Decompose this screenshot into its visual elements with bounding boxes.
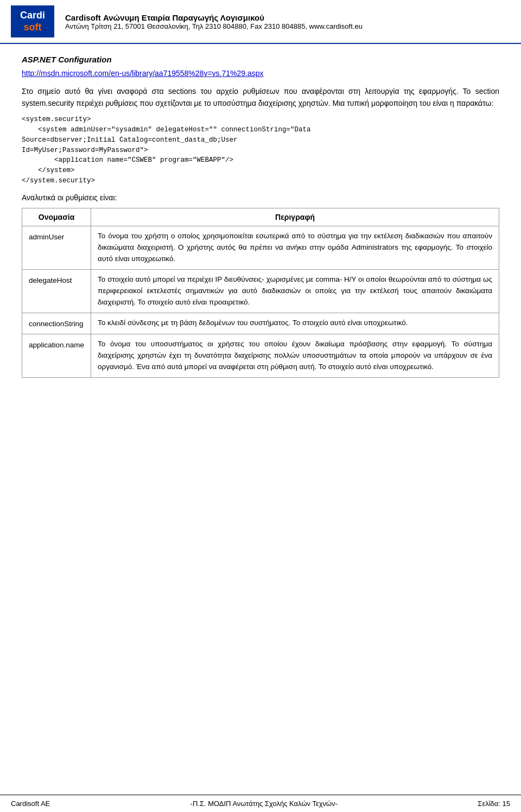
intro-paragraph: Στο σημείο αυτό θα γίνει αναφορά στα sec… bbox=[22, 85, 499, 110]
company-address: Αντώνη Τρίτση 21, 57001 Θεσσαλονίκη, Τηλ… bbox=[65, 22, 363, 30]
row-name-connectionstring: connectionString bbox=[22, 313, 91, 334]
table-row: delegateHost Το στοιχείο αυτό μπορεί να … bbox=[22, 269, 499, 313]
msdn-link[interactable]: http://msdn.microsoft.com/en-us/library/… bbox=[22, 69, 264, 78]
table-row: connectionString Το κλειδί σύνδεσης με τ… bbox=[22, 313, 499, 334]
table-row: adminUser Το όνομα του χρήστη ο οποίος χ… bbox=[22, 226, 499, 270]
row-desc-delegatehost: Το στοιχείο αυτό μπορεί να περιέχει IP δ… bbox=[91, 269, 499, 313]
code-block: <system.security> <system adminUser="sys… bbox=[22, 115, 499, 186]
logo-soft: soft bbox=[24, 22, 42, 33]
row-name-adminuser: adminUser bbox=[22, 226, 91, 270]
table-row: application.name Το όνομα του υποσυστήμα… bbox=[22, 334, 499, 378]
footer-left: Cardisoft AE bbox=[11, 800, 50, 808]
row-name-delegatehost: delegateHost bbox=[22, 269, 91, 313]
page-header: Cardi soft Cardisoft Ανώνυμη Εταιρία Παρ… bbox=[0, 0, 521, 44]
settings-table: Ονομασία Περιγραφή adminUser Το όνομα το… bbox=[22, 208, 499, 378]
company-name: Cardisoft Ανώνυμη Εταιρία Παραγωγής Λογι… bbox=[65, 13, 363, 22]
row-desc-application: Το όνομα του υποσυστήματος οι χρήστες το… bbox=[91, 334, 499, 378]
row-desc-connectionstring: Το κλειδί σύνδεσης με τη βάση δεδομένων … bbox=[91, 313, 499, 334]
link-paragraph: http://msdn.microsoft.com/en-us/library/… bbox=[22, 67, 499, 79]
main-content: ASP.NET Configuration http://msdn.micros… bbox=[0, 49, 521, 399]
table-intro: Αναλυτικά οι ρυθμίσεις είναι: bbox=[22, 192, 499, 204]
header-text: Cardisoft Ανώνυμη Εταιρία Παραγωγής Λογι… bbox=[65, 13, 363, 30]
company-logo: Cardi soft bbox=[11, 5, 54, 37]
footer-center: -Π.Σ. ΜΟΔΙΠ Ανωτάτης Σχολής Καλών Τεχνών… bbox=[190, 800, 338, 808]
row-desc-adminuser: Το όνομα του χρήστη ο οποίος χρησιμοποιε… bbox=[91, 226, 499, 270]
row-name-application: application.name bbox=[22, 334, 91, 378]
intro-text: Στο σημείο αυτό θα γίνει αναφορά στα sec… bbox=[22, 87, 499, 107]
section-title: ASP.NET Configuration bbox=[22, 55, 499, 64]
logo-cardi: Cardi bbox=[20, 10, 45, 21]
footer-right: Σελίδα: 15 bbox=[478, 800, 510, 808]
col-header-name: Ονομασία bbox=[22, 208, 91, 226]
page-footer: Cardisoft AE -Π.Σ. ΜΟΔΙΠ Ανωτάτης Σχολής… bbox=[0, 795, 521, 812]
col-header-description: Περιγραφή bbox=[91, 208, 499, 226]
